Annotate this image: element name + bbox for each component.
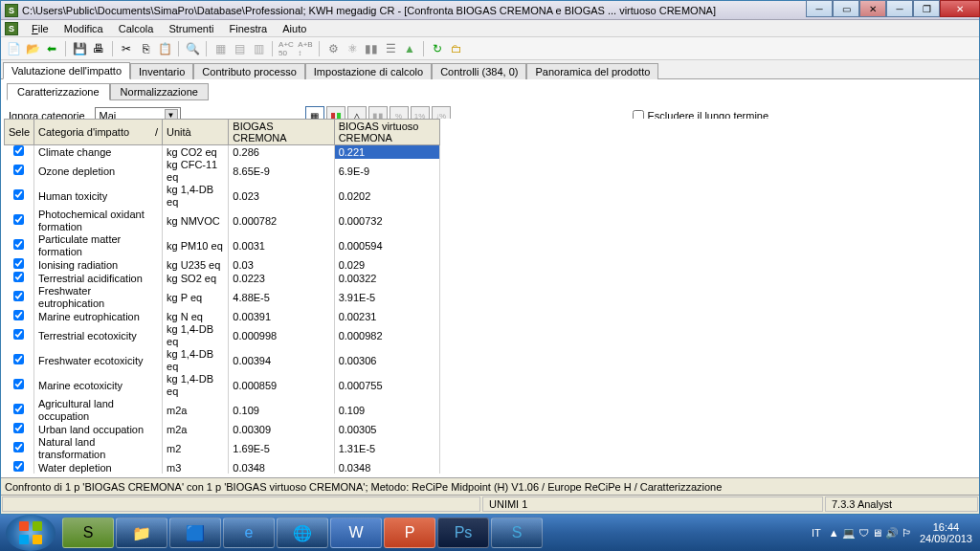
print-icon[interactable]: 🖶: [90, 40, 107, 57]
statusbar-upper: Confronto di 1 p 'BIOGAS CREMONA' con 1 …: [1, 477, 979, 495]
table-row[interactable]: Particulate matter formation kg PM10 eq …: [5, 233, 440, 258]
menu-finestra[interactable]: Finestra: [221, 21, 275, 36]
task-ie[interactable]: e: [223, 518, 275, 548]
a50-icon[interactable]: A+C50: [278, 40, 295, 57]
row-checkbox[interactable]: [5, 209, 34, 233]
outer-restore-button[interactable]: ❐: [913, 0, 940, 17]
tab-controlli[interactable]: Controlli (384, 0): [432, 63, 526, 79]
table-row[interactable]: Photochemical oxidant formation kg NMVOC…: [5, 209, 440, 233]
table-row[interactable]: Natural land transformation m2 1.69E-5 1…: [5, 436, 440, 461]
row-checkbox[interactable]: [5, 436, 34, 461]
bar-icon[interactable]: ▮▮: [363, 40, 380, 57]
task-photoshop[interactable]: Ps: [437, 518, 489, 548]
tray-lang[interactable]: IT: [812, 527, 821, 539]
table-row[interactable]: Urban land occupation m2a 0.00309 0.0030…: [5, 423, 440, 436]
outer-minimize-button[interactable]: ─: [886, 0, 913, 17]
refresh-icon[interactable]: ↻: [429, 40, 446, 57]
task-chrome[interactable]: 🌐: [277, 518, 328, 548]
inner-close-button[interactable]: ✕: [859, 0, 886, 17]
subtab-normalizzazione[interactable]: Normalizzazione: [110, 83, 209, 100]
table-row[interactable]: Freshwater eutrophication kg P eq 4.88E-…: [5, 285, 440, 310]
row-checkbox[interactable]: [5, 184, 34, 209]
row-checkbox[interactable]: [5, 272, 34, 285]
row-checkbox[interactable]: [5, 159, 34, 184]
row-unit: kg P eq: [163, 285, 229, 310]
table-row[interactable]: Marine eutrophication kg N eq 0.00391 0.…: [5, 310, 440, 323]
task-powerpoint[interactable]: P: [384, 518, 435, 548]
header-category[interactable]: Categoria d'impatto/: [34, 120, 163, 145]
tab-impostazione[interactable]: Impostazione di calcolo: [305, 63, 432, 79]
row-v1: 0.0223: [229, 272, 334, 285]
tab-contributo[interactable]: Contributo processo: [193, 63, 304, 79]
table-row[interactable]: Freshwater ecotoxicity kg 1,4-DB eq 0.00…: [5, 348, 440, 373]
maximize-button[interactable]: ▭: [833, 0, 859, 17]
task-word[interactable]: W: [330, 518, 382, 548]
task-explorer[interactable]: 📁: [116, 518, 167, 548]
row-checkbox[interactable]: [5, 310, 34, 323]
row-checkbox[interactable]: [5, 398, 34, 423]
row-checkbox[interactable]: [5, 423, 34, 436]
menu-file[interactable]: File: [24, 21, 56, 36]
list-icon[interactable]: ☰: [382, 40, 399, 57]
tool2-icon[interactable]: ▤: [231, 40, 248, 57]
row-category: Agricultural land occupation: [34, 398, 163, 423]
copy-icon[interactable]: ⎘: [137, 40, 154, 57]
subtab-caratterizzazione[interactable]: Caratterizzazione: [7, 83, 110, 100]
paste-icon[interactable]: 📋: [156, 40, 173, 57]
new-icon[interactable]: 📄: [5, 40, 22, 57]
table-row[interactable]: Ionising radiation kg U235 eq 0.03 0.029: [5, 258, 440, 272]
header-biogas1[interactable]: BIOGAS CREMONA: [229, 120, 334, 145]
menu-strumenti[interactable]: Strumenti: [161, 21, 221, 36]
cut-icon[interactable]: ✂: [118, 40, 135, 57]
start-button[interactable]: [6, 515, 56, 551]
table-row[interactable]: Marine ecotoxicity kg 1,4-DB eq 0.000859…: [5, 373, 440, 398]
task-skype[interactable]: S: [491, 518, 543, 548]
row-unit: m2a: [163, 398, 229, 423]
header-biogas2[interactable]: BIOGAS virtuoso CREMONA: [334, 120, 439, 145]
tray-icons[interactable]: ▲ 💻 🛡 🖥 🔊 🏳: [829, 527, 912, 540]
tool3-icon[interactable]: ▥: [250, 40, 267, 57]
row-checkbox[interactable]: [5, 145, 34, 160]
close-button[interactable]: ✕: [940, 0, 980, 17]
ab-icon[interactable]: A+B↕: [297, 40, 314, 57]
folder-icon[interactable]: 🗀: [448, 40, 465, 57]
task-app1[interactable]: 🟦: [169, 518, 221, 548]
open-icon[interactable]: 📂: [24, 40, 41, 57]
back-icon[interactable]: ⬅: [43, 40, 60, 57]
header-unit[interactable]: Unità: [163, 120, 229, 145]
header-sele[interactable]: Sele: [5, 120, 34, 145]
row-category: Ozone depletion: [34, 159, 163, 184]
tab-panoramica[interactable]: Panoramica del prodotto: [526, 63, 658, 79]
table-row[interactable]: Water depletion m3 0.0348 0.0348: [5, 461, 440, 474]
tab-valutazione[interactable]: Valutazione dell'impatto: [3, 62, 130, 79]
search-icon[interactable]: 🔍: [184, 40, 201, 57]
row-checkbox[interactable]: [5, 258, 34, 272]
save-icon[interactable]: 💾: [71, 40, 88, 57]
tool1-icon[interactable]: ▦: [212, 40, 229, 57]
table-row[interactable]: Agricultural land occupation m2a 0.109 0…: [5, 398, 440, 423]
task-simapro[interactable]: S: [62, 518, 114, 548]
table-row[interactable]: Terrestrial ecotoxicity kg 1,4-DB eq 0.0…: [5, 323, 440, 348]
row-checkbox[interactable]: [5, 373, 34, 398]
table-row[interactable]: Ozone depletion kg CFC-11 eq 8.65E-9 6.9…: [5, 159, 440, 184]
menu-aiuto[interactable]: Aiuto: [275, 21, 314, 36]
status-right: 7.3.3 Analyst: [825, 496, 978, 512]
row-checkbox[interactable]: [5, 285, 34, 310]
table-row[interactable]: Climate change kg CO2 eq 0.286 0.221: [5, 145, 440, 160]
table-row[interactable]: Human toxicity kg 1,4-DB eq 0.023 0.0202: [5, 184, 440, 209]
menu-calcola[interactable]: Calcola: [111, 21, 162, 36]
system-tray: IT ▲ 💻 🛡 🖥 🔊 🏳 16:4424/09/2013: [804, 521, 980, 544]
network-icon[interactable]: ⚛: [344, 40, 361, 57]
tab-inventario[interactable]: Inventario: [130, 63, 193, 79]
row-checkbox[interactable]: [5, 323, 34, 348]
row-checkbox[interactable]: [5, 233, 34, 258]
tree-icon[interactable]: ⚙: [324, 40, 342, 57]
table-row[interactable]: Terrestrial acidification kg SO2 eq 0.02…: [5, 272, 440, 285]
menu-modifica[interactable]: Modifica: [56, 21, 111, 36]
row-checkbox[interactable]: [5, 348, 34, 373]
triangle-icon[interactable]: ▲: [401, 40, 418, 57]
row-checkbox[interactable]: [5, 461, 34, 474]
minimize-button[interactable]: ─: [806, 0, 833, 17]
tray-clock[interactable]: 16:4424/09/2013: [920, 521, 972, 544]
row-category: Water depletion: [34, 461, 163, 474]
